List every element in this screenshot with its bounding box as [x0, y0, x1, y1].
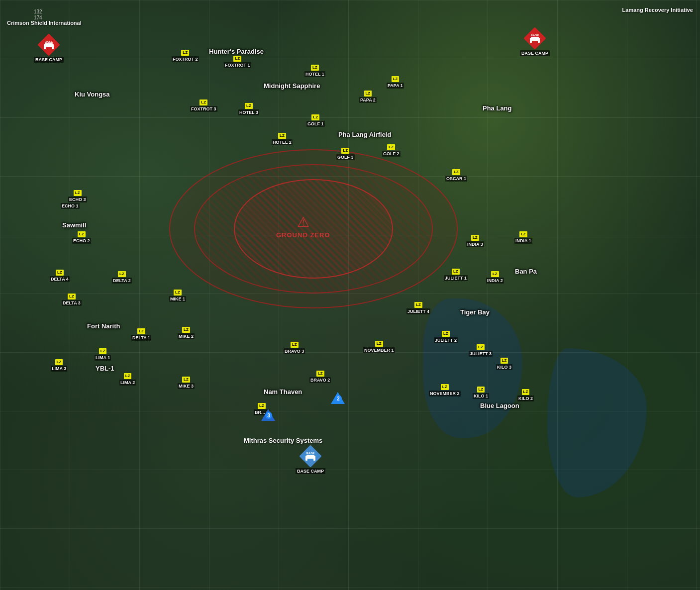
lz-label-hotel3: HOTEL 3: [238, 109, 259, 115]
lz-label-kilo3: KILO 3: [496, 364, 512, 370]
lz-label-delta2: DELTA 2: [112, 278, 132, 284]
lz-label-bravo2: BRAVO 2: [309, 377, 331, 383]
lz-box-foxtrot3: LZ: [200, 99, 207, 105]
lz-box-papa2: LZ: [364, 91, 372, 97]
lz-marker-juliett3: LZJULIETT 3: [469, 344, 493, 357]
loc-pha-lang: Pha Lang: [483, 104, 512, 112]
faction-mithras: Mithras Security Systems: [244, 437, 322, 444]
lz-box-india2: LZ: [491, 271, 499, 277]
lz-marker-juliett2: LZJULIETT 2: [434, 331, 458, 343]
lz-box-foxtrot1: LZ: [233, 56, 241, 62]
svg-text:BASE: BASE: [306, 452, 315, 455]
lz-marker-hotel1: LZHOTEL 1: [304, 65, 325, 77]
lz-marker-hotel2: LZHOTEL 2: [272, 133, 293, 145]
svg-rect-9: [538, 38, 540, 43]
lz-box-juliett2: LZ: [442, 331, 450, 337]
lz-box-juliett1: LZ: [452, 269, 460, 275]
lz-marker-echo1: ECHO 1: [61, 202, 80, 209]
lz-box-echo2: LZ: [78, 231, 86, 237]
lz-label-kilo2: KILO 2: [517, 395, 534, 401]
base-camp-top-left: BASE BASE CAMP: [34, 34, 64, 63]
lz-box-oscar1: LZ: [452, 169, 460, 175]
lz-box-delta2: LZ: [118, 271, 126, 277]
lz-marker-delta2: LZDELTA 2: [112, 271, 132, 284]
lz-box-kilo2: LZ: [522, 389, 530, 395]
svg-rect-12: [306, 455, 314, 459]
lz-marker-foxtrot2: LZFOXTROT 2: [172, 50, 199, 62]
lz-marker-bravo2: LZBRAVO 2: [309, 371, 331, 383]
lz-marker-mike3: LZMIKE 3: [178, 377, 195, 389]
base-camp-top-right: BASE BASE CAMP: [520, 27, 550, 56]
loc-pha-lang-airfield: Pha Lang Airfield: [338, 131, 391, 138]
lz-marker-kilo2: LZKILO 2: [517, 389, 534, 401]
lz-box-lima1: LZ: [99, 348, 107, 354]
lz-marker-mike2: LZMIKE 2: [178, 327, 195, 339]
lz-marker-india3: LZINDIA 3: [466, 235, 484, 247]
lz-label-kilo1: KILO 1: [473, 393, 489, 399]
lz-label-juliett2: JULIETT 2: [434, 337, 458, 343]
svg-rect-2: [45, 43, 53, 47]
lz-label-november1: NOVEMBER 1: [363, 347, 395, 353]
lz-marker-foxtrot1: LZFOXTROT 1: [224, 56, 251, 68]
lz-box-juliett3: LZ: [477, 344, 485, 350]
lz-marker-november2: LZNOVEMBER 2: [429, 384, 461, 396]
lz-box-delta1: LZ: [137, 328, 145, 334]
lz-marker-golf2: LZGOLF 2: [382, 144, 400, 157]
svg-rect-8: [530, 38, 532, 43]
svg-text:BASE: BASE: [45, 40, 53, 43]
lz-label-oscar1: OSCAR 1: [445, 176, 467, 182]
lz-marker-delta4: LZDELTA 4: [50, 270, 70, 282]
lz-marker-lima2: LZLIMA 2: [119, 373, 136, 386]
lz-box-hotel3: LZ: [245, 103, 253, 109]
lz-marker-mike1: LZMIKE 1: [169, 290, 186, 302]
lz-marker-kilo3: LZKILO 3: [496, 358, 512, 370]
lz-label-foxtrot1: FOXTROT 1: [224, 62, 251, 68]
lz-box-papa1: LZ: [392, 76, 400, 82]
lz-label-delta1: DELTA 1: [131, 335, 151, 341]
lz-marker-india2: LZINDIA 2: [486, 271, 504, 284]
base-camp-diamond-tr: BASE: [524, 27, 546, 49]
lz-box-bravo1: LZ: [258, 403, 266, 409]
loc-sawmill: Sawmill: [62, 221, 86, 229]
ground-zero-text: GROUND ZERO: [276, 231, 330, 239]
base-camp-diamond-bt: BASE: [300, 445, 321, 467]
lz-label-juliett3: JULIETT 3: [469, 351, 493, 357]
lz-label-juliett4: JULIETT 4: [406, 308, 430, 314]
loc-blue-lagoon: Blue Lagoon: [480, 402, 519, 409]
lz-label-golf3: GOLF 3: [336, 154, 355, 160]
lz-box-lima3: LZ: [55, 359, 63, 365]
lz-box-india3: LZ: [471, 235, 479, 241]
map-container: ⚠ GROUND ZERO 132 174 Crimson Shield Int…: [0, 0, 700, 590]
lz-label-hotel2: HOTEL 2: [272, 139, 293, 145]
loc-nam-thaven: Nam Thaven: [264, 388, 302, 395]
lz-box-mike2: LZ: [182, 327, 190, 333]
lz-box-golf3: LZ: [341, 148, 349, 154]
player-marker-3: 3: [261, 409, 275, 421]
lz-label-papa2: PAPA 2: [359, 97, 377, 103]
lz-marker-papa2: LZPAPA 2: [359, 91, 377, 103]
lz-box-mike3: LZ: [182, 377, 190, 383]
lz-label-mike1: MIKE 1: [169, 296, 186, 302]
loc-ybl1: YBL-1: [96, 365, 114, 372]
lz-box-lima2: LZ: [124, 373, 132, 379]
lz-box-golf2: LZ: [387, 144, 395, 150]
lz-marker-golf3: LZGOLF 3: [336, 148, 355, 160]
lz-label-hotel1: HOTEL 1: [304, 71, 325, 77]
lz-label-delta4: DELTA 4: [50, 276, 70, 282]
lz-box-bravo3: LZ: [291, 342, 299, 348]
svg-rect-3: [44, 44, 46, 49]
lz-box-foxtrot2: LZ: [181, 50, 189, 56]
loc-hunters-paradise: Hunter's Paradise: [209, 48, 264, 55]
loc-tiger-bay: Tiger Bay: [460, 308, 490, 316]
svg-rect-7: [531, 37, 539, 41]
svg-rect-4: [52, 44, 54, 49]
lz-box-kilo3: LZ: [500, 358, 508, 364]
lz-label-foxtrot3: FOXTROT 3: [190, 106, 217, 112]
lz-box-golf1: LZ: [311, 114, 319, 120]
lz-box-delta4: LZ: [56, 270, 64, 276]
lz-marker-india1: LZINDIA 1: [514, 231, 532, 244]
lz-marker-lima1: LZLIMA 1: [95, 348, 111, 361]
player-number-2: 2: [335, 395, 342, 402]
player-triangle-3: 3: [261, 409, 275, 421]
lz-label-golf1: GOLF 1: [306, 121, 325, 127]
